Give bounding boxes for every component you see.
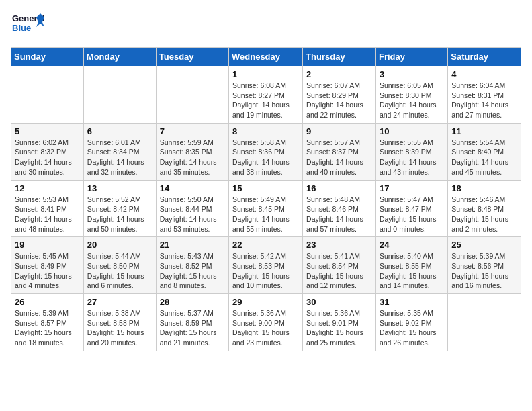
day-number: 29	[232, 297, 299, 307]
calendar-day-cell: 30Sunrise: 5:36 AM Sunset: 9:01 PM Dayli…	[303, 294, 376, 351]
day-info: Sunrise: 5:59 AM Sunset: 8:35 PM Dayligh…	[160, 138, 225, 177]
day-info: Sunrise: 5:37 AM Sunset: 8:59 PM Dayligh…	[160, 308, 225, 348]
day-info: Sunrise: 5:38 AM Sunset: 8:58 PM Dayligh…	[87, 308, 152, 348]
day-info: Sunrise: 5:57 AM Sunset: 8:37 PM Dayligh…	[306, 138, 372, 177]
day-info: Sunrise: 5:45 AM Sunset: 8:49 PM Dayligh…	[15, 251, 80, 291]
day-number: 13	[87, 183, 152, 193]
calendar-week-row: 5Sunrise: 6:02 AM Sunset: 8:32 PM Daylig…	[11, 123, 521, 180]
day-number: 19	[15, 240, 80, 250]
day-info: Sunrise: 5:53 AM Sunset: 8:41 PM Dayligh…	[15, 195, 80, 234]
day-number: 7	[160, 126, 225, 136]
calendar-day-cell: 12Sunrise: 5:53 AM Sunset: 8:41 PM Dayli…	[11, 180, 84, 237]
day-info: Sunrise: 6:07 AM Sunset: 8:29 PM Dayligh…	[306, 81, 372, 120]
day-number: 27	[87, 297, 152, 307]
calendar-day-cell: 17Sunrise: 5:47 AM Sunset: 8:47 PM Dayli…	[375, 180, 447, 237]
day-info: Sunrise: 6:04 AM Sunset: 8:31 PM Dayligh…	[451, 81, 517, 120]
day-number: 16	[306, 183, 372, 193]
day-number: 10	[380, 126, 444, 136]
day-info: Sunrise: 6:08 AM Sunset: 8:27 PM Dayligh…	[232, 81, 299, 120]
weekday-header-thursday: Thursday	[303, 48, 376, 66]
calendar-day-cell: 16Sunrise: 5:48 AM Sunset: 8:46 PM Dayli…	[303, 180, 376, 237]
day-info: Sunrise: 5:35 AM Sunset: 9:02 PM Dayligh…	[380, 308, 444, 348]
calendar-day-cell: 5Sunrise: 6:02 AM Sunset: 8:32 PM Daylig…	[11, 123, 84, 180]
calendar-day-cell: 6Sunrise: 6:01 AM Sunset: 8:34 PM Daylig…	[83, 123, 156, 180]
calendar-week-row: 26Sunrise: 5:39 AM Sunset: 8:57 PM Dayli…	[11, 294, 521, 351]
day-info: Sunrise: 5:47 AM Sunset: 8:47 PM Dayligh…	[380, 195, 444, 234]
day-info: Sunrise: 5:42 AM Sunset: 8:53 PM Dayligh…	[232, 251, 299, 291]
day-number: 31	[380, 297, 444, 307]
day-info: Sunrise: 5:48 AM Sunset: 8:46 PM Dayligh…	[306, 195, 372, 234]
day-info: Sunrise: 5:58 AM Sunset: 8:36 PM Dayligh…	[232, 138, 299, 177]
weekday-header-sunday: Sunday	[11, 48, 84, 66]
day-info: Sunrise: 5:44 AM Sunset: 8:50 PM Dayligh…	[87, 251, 152, 291]
day-number: 5	[15, 126, 80, 136]
calendar-day-cell: 22Sunrise: 5:42 AM Sunset: 8:53 PM Dayli…	[229, 237, 303, 294]
day-info: Sunrise: 5:54 AM Sunset: 8:40 PM Dayligh…	[451, 138, 517, 177]
day-number: 8	[232, 126, 299, 136]
calendar-day-cell: 28Sunrise: 5:37 AM Sunset: 8:59 PM Dayli…	[156, 294, 228, 351]
calendar-day-cell: 26Sunrise: 5:39 AM Sunset: 8:57 PM Dayli…	[11, 294, 84, 351]
calendar-week-row: 19Sunrise: 5:45 AM Sunset: 8:49 PM Dayli…	[11, 237, 521, 294]
calendar-day-cell: 9Sunrise: 5:57 AM Sunset: 8:37 PM Daylig…	[303, 123, 376, 180]
calendar-day-cell: 8Sunrise: 5:58 AM Sunset: 8:36 PM Daylig…	[229, 123, 303, 180]
day-number: 3	[380, 69, 444, 79]
weekday-header-friday: Friday	[375, 48, 447, 66]
calendar-day-cell: 18Sunrise: 5:46 AM Sunset: 8:48 PM Dayli…	[448, 180, 521, 237]
day-info: Sunrise: 5:49 AM Sunset: 8:45 PM Dayligh…	[232, 195, 299, 234]
day-number: 21	[160, 240, 225, 250]
weekday-header-saturday: Saturday	[448, 48, 521, 66]
day-number: 17	[380, 183, 444, 193]
calendar-week-row: 12Sunrise: 5:53 AM Sunset: 8:41 PM Dayli…	[11, 180, 521, 237]
calendar-day-cell: 14Sunrise: 5:50 AM Sunset: 8:44 PM Dayli…	[156, 180, 228, 237]
calendar-day-cell: 7Sunrise: 5:59 AM Sunset: 8:35 PM Daylig…	[156, 123, 228, 180]
calendar-day-cell: 29Sunrise: 5:36 AM Sunset: 9:00 PM Dayli…	[229, 294, 303, 351]
day-number: 30	[306, 297, 372, 307]
calendar-day-cell: 2Sunrise: 6:07 AM Sunset: 8:29 PM Daylig…	[303, 66, 376, 124]
day-number: 11	[451, 126, 517, 136]
day-info: Sunrise: 6:02 AM Sunset: 8:32 PM Dayligh…	[15, 138, 80, 177]
logo-svg: General Blue	[11, 11, 44, 39]
day-number: 23	[306, 240, 372, 250]
day-info: Sunrise: 5:39 AM Sunset: 8:57 PM Dayligh…	[15, 308, 80, 348]
day-number: 15	[232, 183, 299, 193]
day-info: Sunrise: 5:55 AM Sunset: 8:39 PM Dayligh…	[380, 138, 444, 177]
calendar-day-cell: 27Sunrise: 5:38 AM Sunset: 8:58 PM Dayli…	[83, 294, 156, 351]
day-info: Sunrise: 5:43 AM Sunset: 8:52 PM Dayligh…	[160, 251, 225, 291]
weekday-header-monday: Monday	[83, 48, 156, 66]
day-info: Sunrise: 6:05 AM Sunset: 8:30 PM Dayligh…	[380, 81, 444, 120]
calendar-day-cell: 3Sunrise: 6:05 AM Sunset: 8:30 PM Daylig…	[375, 66, 447, 124]
calendar-day-cell: 20Sunrise: 5:44 AM Sunset: 8:50 PM Dayli…	[83, 237, 156, 294]
calendar-day-cell: 10Sunrise: 5:55 AM Sunset: 8:39 PM Dayli…	[375, 123, 447, 180]
calendar-day-cell: 11Sunrise: 5:54 AM Sunset: 8:40 PM Dayli…	[448, 123, 521, 180]
day-info: Sunrise: 5:40 AM Sunset: 8:55 PM Dayligh…	[380, 251, 444, 291]
calendar-day-cell: 15Sunrise: 5:49 AM Sunset: 8:45 PM Dayli…	[229, 180, 303, 237]
day-number: 24	[380, 240, 444, 250]
weekday-header-wednesday: Wednesday	[229, 48, 303, 66]
weekday-header-row: SundayMondayTuesdayWednesdayThursdayFrid…	[11, 48, 521, 66]
calendar-table: SundayMondayTuesdayWednesdayThursdayFrid…	[11, 47, 521, 351]
calendar-day-cell: 19Sunrise: 5:45 AM Sunset: 8:49 PM Dayli…	[11, 237, 84, 294]
day-number: 25	[451, 240, 517, 250]
day-number: 22	[232, 240, 299, 250]
day-number: 2	[306, 69, 372, 79]
svg-text:Blue: Blue	[12, 23, 31, 33]
day-number: 6	[87, 126, 152, 136]
day-info: Sunrise: 5:41 AM Sunset: 8:54 PM Dayligh…	[306, 251, 372, 291]
page-header: General Blue	[11, 11, 521, 39]
day-info: Sunrise: 5:50 AM Sunset: 8:44 PM Dayligh…	[160, 195, 225, 234]
day-number: 26	[15, 297, 80, 307]
calendar-day-cell: 4Sunrise: 6:04 AM Sunset: 8:31 PM Daylig…	[448, 66, 521, 124]
calendar-week-row: 1Sunrise: 6:08 AM Sunset: 8:27 PM Daylig…	[11, 66, 521, 124]
day-info: Sunrise: 6:01 AM Sunset: 8:34 PM Dayligh…	[87, 138, 152, 177]
calendar-day-cell: 13Sunrise: 5:52 AM Sunset: 8:42 PM Dayli…	[83, 180, 156, 237]
calendar-day-cell: 1Sunrise: 6:08 AM Sunset: 8:27 PM Daylig…	[229, 66, 303, 124]
calendar-day-cell	[11, 66, 84, 124]
day-info: Sunrise: 5:36 AM Sunset: 9:00 PM Dayligh…	[232, 308, 299, 348]
day-number: 18	[451, 183, 517, 193]
calendar-day-cell	[448, 294, 521, 351]
day-info: Sunrise: 5:46 AM Sunset: 8:48 PM Dayligh…	[451, 195, 517, 234]
weekday-header-tuesday: Tuesday	[156, 48, 228, 66]
calendar-day-cell: 31Sunrise: 5:35 AM Sunset: 9:02 PM Dayli…	[375, 294, 447, 351]
calendar-day-cell	[156, 66, 228, 124]
calendar-day-cell	[83, 66, 156, 124]
